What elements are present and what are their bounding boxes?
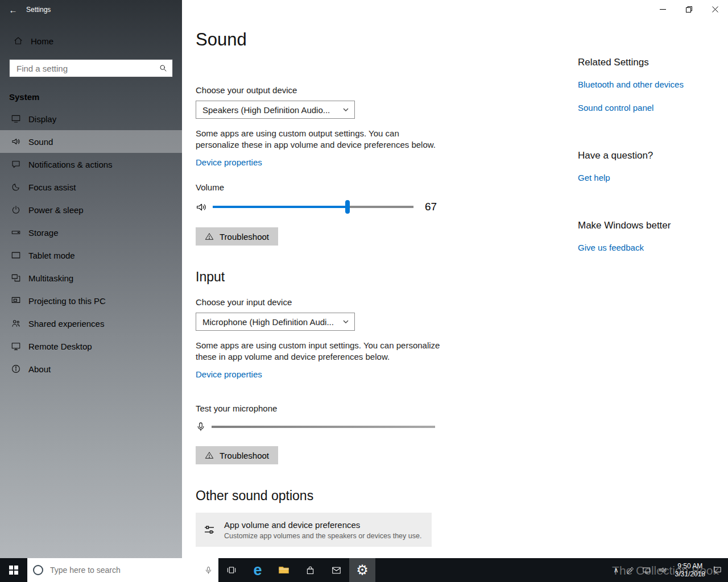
clock-date: 3/31/2018 bbox=[675, 570, 705, 578]
sidebar-item-focus-assist[interactable]: Focus assist bbox=[0, 176, 182, 198]
output-device-value: Speakers (High Definition Audio... bbox=[202, 105, 330, 115]
windows-logo-icon bbox=[9, 566, 18, 575]
sidebar-item-home[interactable]: Home bbox=[0, 30, 182, 52]
projecting-icon bbox=[10, 296, 22, 306]
other-options-heading: Other sound options bbox=[196, 488, 463, 504]
volume-slider[interactable] bbox=[213, 200, 413, 214]
chevron-down-icon bbox=[342, 318, 349, 325]
taskbar-search-box[interactable] bbox=[27, 558, 218, 582]
equalizer-icon bbox=[202, 523, 216, 537]
input-device-properties-link[interactable]: Device properties bbox=[196, 369, 262, 379]
sound-control-panel-link[interactable]: Sound control panel bbox=[578, 103, 726, 113]
volume-slider-fill bbox=[213, 206, 348, 208]
input-section-heading: Input bbox=[196, 269, 463, 285]
test-microphone-label: Test your microphone bbox=[196, 404, 463, 413]
restore-button[interactable] bbox=[676, 0, 702, 18]
make-windows-better-heading: Make Windows better bbox=[578, 220, 726, 231]
sidebar-item-label: Sound bbox=[28, 137, 53, 147]
close-button[interactable] bbox=[702, 0, 728, 18]
sidebar-item-label: About bbox=[28, 364, 51, 374]
taskbar-search-input[interactable] bbox=[49, 565, 198, 575]
edge-icon[interactable]: e bbox=[245, 558, 271, 582]
get-help-link[interactable]: Get help bbox=[578, 173, 726, 182]
mail-icon[interactable] bbox=[323, 558, 349, 582]
remote-desktop-icon bbox=[10, 341, 22, 351]
microphone-level-bar bbox=[212, 426, 435, 428]
sidebar-titlebar: ← Settings bbox=[0, 0, 182, 19]
settings-search-box[interactable] bbox=[9, 59, 173, 77]
tablet-mode-icon bbox=[10, 250, 22, 260]
sidebar-item-label: Shared experiences bbox=[28, 319, 104, 329]
start-button[interactable] bbox=[0, 558, 27, 582]
sidebar-item-remote-desktop[interactable]: Remote Desktop bbox=[0, 335, 182, 357]
settings-sidebar: ← Settings Home System Display Sound Not… bbox=[0, 0, 182, 558]
troubleshoot-label: Troubleshoot bbox=[220, 232, 269, 242]
output-note: Some apps are using custom output settin… bbox=[196, 128, 445, 151]
input-device-label: Choose your input device bbox=[196, 297, 463, 307]
sidebar-item-label: Projecting to this PC bbox=[28, 296, 106, 306]
hidden-icons-chevron[interactable]: ∧ bbox=[614, 566, 619, 574]
search-icon[interactable] bbox=[159, 64, 168, 73]
app-volume-preferences-item[interactable]: App volume and device preferences Custom… bbox=[196, 513, 432, 547]
warning-icon bbox=[205, 232, 214, 241]
taskbar-mic-icon[interactable] bbox=[204, 566, 213, 575]
output-device-dropdown[interactable]: Speakers (High Definition Audio... bbox=[196, 101, 355, 119]
pen-icon[interactable] bbox=[626, 566, 635, 575]
storage-icon bbox=[10, 227, 22, 238]
minimize-button[interactable] bbox=[650, 0, 676, 18]
sidebar-item-multitasking[interactable]: Multitasking bbox=[0, 267, 182, 289]
chevron-down-icon bbox=[342, 106, 349, 113]
file-explorer-icon[interactable] bbox=[271, 558, 297, 582]
sidebar-item-label: Notifications & actions bbox=[28, 160, 113, 169]
give-feedback-link[interactable]: Give us feedback bbox=[578, 243, 726, 252]
input-troubleshoot-button[interactable]: Troubleshoot bbox=[196, 446, 278, 464]
settings-taskbar-icon[interactable]: ⚙ bbox=[349, 558, 375, 582]
sidebar-item-label: Storage bbox=[28, 228, 59, 238]
input-device-dropdown[interactable]: Microphone (High Definition Audi... bbox=[196, 313, 355, 331]
network-icon[interactable] bbox=[642, 566, 651, 575]
action-center-icon[interactable] bbox=[713, 566, 722, 575]
sidebar-item-label: Display bbox=[28, 114, 56, 124]
system-tray: ∧ 9:50 AM 3/31/2018 bbox=[614, 558, 728, 582]
output-device-properties-link[interactable]: Device properties bbox=[196, 157, 262, 167]
store-icon[interactable] bbox=[297, 558, 323, 582]
volume-slider-thumb[interactable] bbox=[345, 200, 350, 214]
volume-label: Volume bbox=[196, 182, 463, 192]
input-note: Some apps are using custom input setting… bbox=[196, 340, 445, 363]
window-controls bbox=[650, 0, 728, 18]
back-icon[interactable]: ← bbox=[0, 5, 26, 15]
bluetooth-devices-link[interactable]: Bluetooth and other devices bbox=[578, 80, 726, 89]
sidebar-item-display[interactable]: Display bbox=[0, 107, 182, 130]
sidebar-item-shared-experiences[interactable]: Shared experiences bbox=[0, 312, 182, 335]
sidebar-item-about[interactable]: About bbox=[0, 357, 182, 380]
microphone-test-row bbox=[196, 421, 463, 433]
sidebar-item-tablet-mode[interactable]: Tablet mode bbox=[0, 244, 182, 267]
app-volume-subtitle: Customize app volumes and the speakers o… bbox=[224, 532, 421, 540]
window-title: Settings bbox=[26, 6, 51, 14]
shared-experiences-icon bbox=[10, 318, 22, 329]
sidebar-item-projecting[interactable]: Projecting to this PC bbox=[0, 289, 182, 312]
related-settings-heading: Related Settings bbox=[578, 57, 726, 68]
related-settings-column: Related Settings Bluetooth and other dev… bbox=[578, 57, 726, 252]
sidebar-item-sound[interactable]: Sound bbox=[0, 130, 182, 153]
sidebar-item-label: Remote Desktop bbox=[28, 342, 92, 351]
sidebar-item-power-sleep[interactable]: Power & sleep bbox=[0, 198, 182, 221]
tray-volume-icon[interactable] bbox=[659, 566, 668, 575]
sidebar-item-label: Focus assist bbox=[28, 182, 76, 192]
focus-assist-icon bbox=[10, 182, 22, 192]
volume-value: 67 bbox=[425, 201, 437, 213]
sidebar-item-storage[interactable]: Storage bbox=[0, 221, 182, 244]
main-content-area: Sound Choose your output device Speakers… bbox=[182, 0, 728, 558]
task-view-button[interactable] bbox=[218, 558, 245, 582]
cortana-icon bbox=[33, 565, 43, 575]
sidebar-item-label: Power & sleep bbox=[28, 205, 84, 215]
app-volume-title: App volume and device preferences bbox=[224, 520, 421, 530]
volume-slider-row: 67 bbox=[196, 200, 463, 214]
sidebar-item-notifications[interactable]: Notifications & actions bbox=[0, 153, 182, 176]
output-troubleshoot-button[interactable]: Troubleshoot bbox=[196, 227, 278, 246]
taskbar-clock[interactable]: 9:50 AM 3/31/2018 bbox=[675, 562, 705, 578]
taskbar-app-icons: e ⚙ bbox=[218, 558, 375, 582]
sound-icon bbox=[10, 136, 22, 147]
input-device-value: Microphone (High Definition Audi... bbox=[202, 317, 334, 327]
settings-search-input[interactable] bbox=[15, 63, 159, 74]
